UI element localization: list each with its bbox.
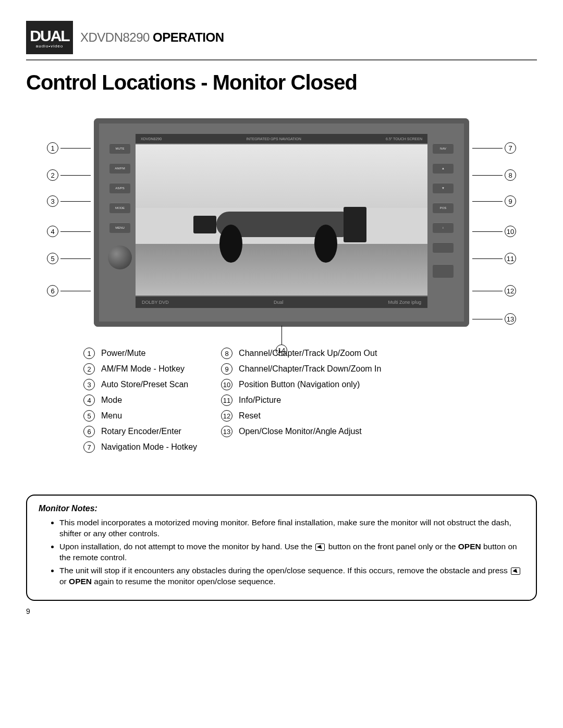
open-close-button [433,264,454,278]
callout-3: 3 [47,195,91,207]
bottom-left: DOLBY DVD [142,300,169,305]
callout-14: 14 [276,326,287,356]
legend-11: 11Info/Picture [221,394,381,406]
legend: 1Power/Mute 2AM/FM Mode - Hotkey 3Auto S… [83,348,537,453]
device-screen [136,144,427,295]
callout-4: 4 [47,226,91,237]
legend-1: 1Power/Mute [83,348,197,359]
legend-13: 13Open/Close Monitor/Angle Adjust [221,426,381,437]
bottom-right: Multi Zone iplug [388,300,421,305]
amfm-button: AM/FM [109,163,130,174]
asps-button: AS/PS [109,183,130,193]
screen-bottom-strip: DOLBY DVD Dual Multi Zone iplug [136,297,427,308]
note-2: Upon installation, do not attempt to mov… [59,541,524,563]
callout-1: 1 [47,142,91,154]
callout-5: 5 [47,253,91,264]
info-button: i [433,223,454,233]
callout-2: 2 [47,169,91,181]
nav-button: NAV [433,143,454,154]
callout-11: 11 [472,253,516,264]
strip-mid: INTEGRATED GPS NAVIGATION [246,137,301,141]
legend-col-left: 1Power/Mute 2AM/FM Mode - Hotkey 3Auto S… [83,348,197,453]
strip-right: 6.5" TOUCH SCREEN [386,137,422,141]
open-icon [511,567,520,575]
callout-10: 10 [472,226,516,237]
operation-word: OPERATION [153,30,224,44]
page-header: DUAL audio•video XDVDN8290 OPERATION [26,21,537,60]
left-button-column: MUTE AM/FM AS/PS MODE MENU [105,143,134,269]
brand-logo: DUAL audio•video [26,21,73,54]
legend-col-right: 8Channel/Chapter/Track Up/Zoom Out 9Chan… [221,348,381,453]
strip-left: XDVDN8290 [141,137,162,141]
callout-6: 6 [47,285,91,297]
model-operation: XDVDN8290 OPERATION [80,30,224,45]
callout-7: 7 [472,142,516,154]
legend-2: 2AM/FM Mode - Hotkey [83,363,197,375]
down-button: ▼ [433,183,454,193]
legend-6: 6Rotary Encoder/Enter [83,426,197,437]
notes-list: This model incorporates a motorized movi… [39,517,524,587]
legend-7: 7Navigation Mode - Hotkey [83,441,197,453]
page-number: 9 [26,607,537,615]
model-number: XDVDN8290 [80,30,150,44]
bottom-mid: Dual [274,300,284,305]
brand-name: DUAL [30,27,69,45]
note-3: The unit will stop if it encounters any … [59,565,524,587]
legend-5: 5Menu [83,410,197,422]
callout-13: 13 [472,313,516,325]
open-icon [315,544,325,551]
legend-3: 3Auto Store/Preset Scan [83,379,197,390]
legend-10: 10Position Button (Navigation only) [221,379,381,390]
legend-12: 12Reset [221,410,381,422]
race-car-illustration [200,193,363,256]
monitor-notes-box: Monitor Notes: This model incorporates a… [26,495,537,601]
section-title: Control Locations - Monitor Closed [26,71,537,94]
device-body: XDVDN8290 INTEGRATED GPS NAVIGATION 6.5"… [94,118,469,327]
callout-9: 9 [472,195,516,207]
device-diagram: XDVDN8290 INTEGRATED GPS NAVIGATION 6.5"… [52,118,511,327]
right-button-column: NAV ▲ ▼ POS i [429,143,458,278]
mute-button: MUTE [109,143,130,154]
reset-button [433,242,454,253]
legend-4: 4Mode [83,394,197,406]
note-1: This model incorporates a motorized movi… [59,517,524,539]
legend-8: 8Channel/Chapter/Track Up/Zoom Out [221,348,381,359]
screen-top-strip: XDVDN8290 INTEGRATED GPS NAVIGATION 6.5"… [136,134,427,143]
pos-button: POS [433,203,454,213]
legend-9: 9Channel/Chapter/Track Down/Zoom In [221,363,381,375]
up-button: ▲ [433,163,454,174]
callout-12: 12 [472,285,516,297]
mode-button: MODE [109,203,130,213]
notes-title: Monitor Notes: [39,504,524,513]
volume-knob [108,245,132,269]
menu-button: MENU [109,223,130,233]
callout-8: 8 [472,169,516,181]
brand-sub: audio•video [36,44,64,48]
